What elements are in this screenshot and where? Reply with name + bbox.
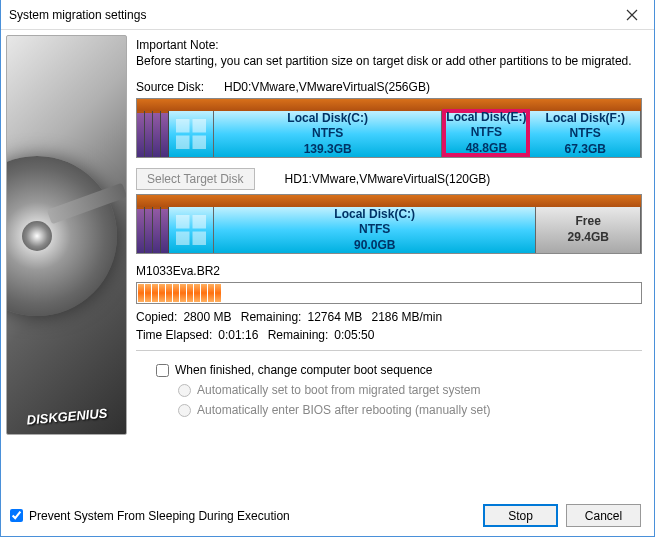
boot-sequence-label: When finished, change computer boot sequ… [175,363,433,377]
source-disk-label: Source Disk: [136,80,204,94]
divider [136,350,642,351]
svg-rect-3 [193,136,207,150]
auto-boot-radio [178,384,191,397]
stop-button[interactable]: Stop [483,504,558,527]
progress-bar [136,282,642,304]
target-free-space[interactable]: Free 29.4GB [536,207,641,253]
prevent-sleep-checkbox[interactable] [10,509,23,522]
windows-icon [176,119,206,149]
svg-rect-7 [193,232,207,246]
source-disk-bar[interactable]: Local Disk(C:) NTFS 139.3GB Local Disk(E… [136,98,642,158]
close-button[interactable] [609,0,654,30]
boot-sequence-checkbox[interactable] [156,364,169,377]
sidebar: DISKGENIUS [1,30,132,536]
auto-bios-radio [178,404,191,417]
svg-rect-1 [193,119,207,133]
select-target-disk-button: Select Target Disk [136,168,255,190]
target-system-partition-icon[interactable] [169,207,214,253]
brand-image: DISKGENIUS [6,35,127,435]
svg-rect-2 [176,136,190,150]
source-partition-c[interactable]: Local Disk(C:) NTFS 139.3GB [214,111,442,157]
target-disk-value: HD1:VMware,VMwareVirtualS(120GB) [285,172,491,186]
svg-rect-0 [176,119,190,133]
bottom-bar: Prevent System From Sleeping During Exec… [10,504,641,527]
auto-boot-label: Automatically set to boot from migrated … [197,383,480,397]
progress-stats-line1: Copied:2800 MB Remaining:12764 MB 2186 M… [136,310,642,324]
cancel-button[interactable]: Cancel [566,504,641,527]
main-panel: Important Note: Before starting, you can… [132,30,654,536]
brand-text: DISKGENIUS [26,406,108,428]
svg-rect-5 [193,215,207,229]
auto-bios-label: Automatically enter BIOS after rebooting… [197,403,490,417]
target-disk-bar[interactable]: Local Disk(C:) NTFS 90.0GB Free 29.4GB [136,194,642,254]
source-disk-value: HD0:VMware,VMwareVirtualS(256GB) [224,80,430,94]
titlebar: System migration settings [1,0,654,30]
current-file: M1033Eva.BR2 [136,264,642,278]
svg-rect-4 [176,215,190,229]
source-system-partition-icon[interactable] [169,111,214,157]
progress-stats-line2: Time Elapsed:0:01:16 Remaining:0:05:50 [136,328,642,342]
source-partition-e-selected[interactable]: Local Disk(E:) NTFS 48.8GB [442,109,530,157]
close-icon [626,9,638,21]
windows-icon [176,215,206,245]
note-text: Before starting, you can set partition s… [136,54,642,68]
prevent-sleep-label: Prevent System From Sleeping During Exec… [29,509,290,523]
svg-rect-6 [176,232,190,246]
note-heading: Important Note: [136,38,642,52]
source-partition-f[interactable]: Local Disk(F:) NTFS 67.3GB [530,111,641,157]
target-partition-c[interactable]: Local Disk(C:) NTFS 90.0GB [214,207,536,253]
window-title: System migration settings [9,8,609,22]
